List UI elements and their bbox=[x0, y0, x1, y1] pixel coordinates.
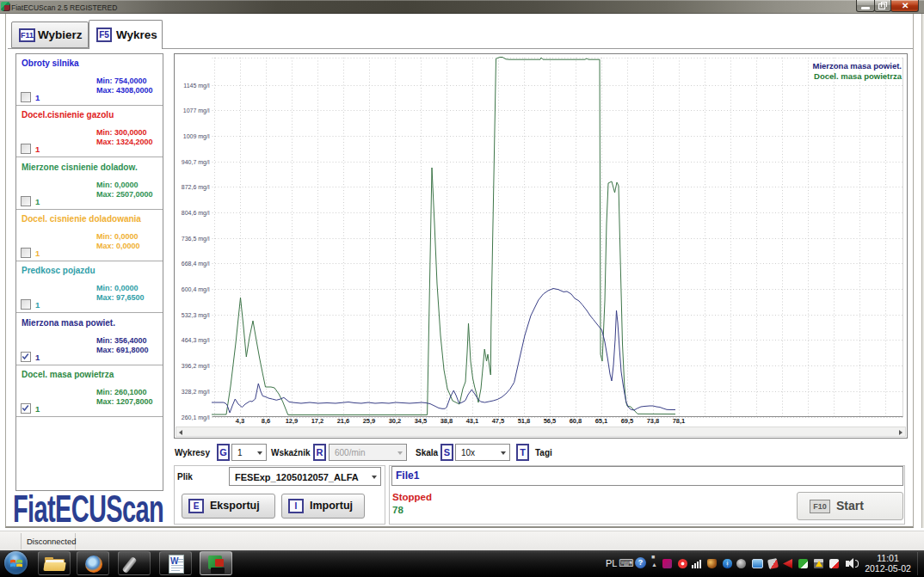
svg-text:38,8: 38,8 bbox=[440, 417, 453, 425]
svg-text:56,5: 56,5 bbox=[544, 417, 557, 425]
svg-text:17,2: 17,2 bbox=[311, 417, 324, 425]
svg-text:47,5: 47,5 bbox=[492, 417, 505, 425]
svg-text:60,8: 60,8 bbox=[570, 417, 582, 425]
svg-text:464,3 mg/l: 464,3 mg/l bbox=[182, 337, 210, 344]
svg-text:872,6 mg/l: 872,6 mg/l bbox=[182, 184, 210, 191]
svg-text:12,9: 12,9 bbox=[286, 417, 299, 425]
svg-text:668,4 mg/l: 668,4 mg/l bbox=[182, 261, 210, 267]
svg-text:1077 mg/l: 1077 mg/l bbox=[183, 107, 210, 114]
svg-text:532,3 mg/l: 532,3 mg/l bbox=[182, 312, 210, 319]
svg-text:21,6: 21,6 bbox=[337, 417, 350, 425]
svg-text:25,9: 25,9 bbox=[363, 417, 376, 425]
svg-text:4,3: 4,3 bbox=[236, 417, 244, 425]
svg-text:1145 mg/l: 1145 mg/l bbox=[183, 83, 210, 89]
svg-text:51,8: 51,8 bbox=[518, 417, 531, 425]
svg-text:328,2 mg/l: 328,2 mg/l bbox=[182, 389, 210, 396]
svg-text:43,1: 43,1 bbox=[466, 417, 479, 425]
svg-text:600,4 mg/l: 600,4 mg/l bbox=[182, 286, 210, 293]
svg-text:65,1: 65,1 bbox=[595, 417, 608, 425]
svg-text:804,6 mg/l: 804,6 mg/l bbox=[182, 210, 210, 217]
svg-text:940,7 mg/l: 940,7 mg/l bbox=[182, 159, 210, 166]
svg-text:30,2: 30,2 bbox=[389, 417, 402, 425]
svg-text:78,1: 78,1 bbox=[673, 417, 686, 425]
svg-text:73,8: 73,8 bbox=[647, 417, 660, 425]
svg-text:1009 mg/l: 1009 mg/l bbox=[183, 133, 210, 140]
svg-text:69,5: 69,5 bbox=[621, 417, 634, 425]
svg-text:Mierzona masa powiet.: Mierzona masa powiet. bbox=[813, 61, 902, 71]
svg-text:34,5: 34,5 bbox=[415, 417, 428, 425]
svg-text:736,5 mg/l: 736,5 mg/l bbox=[182, 236, 210, 242]
svg-text:260,1 mg/l: 260,1 mg/l bbox=[182, 414, 210, 421]
svg-text:Docel. masa powietrza: Docel. masa powietrza bbox=[814, 71, 902, 81]
svg-text:8,6: 8,6 bbox=[262, 417, 270, 425]
svg-text:396,2 mg/l: 396,2 mg/l bbox=[182, 363, 210, 370]
